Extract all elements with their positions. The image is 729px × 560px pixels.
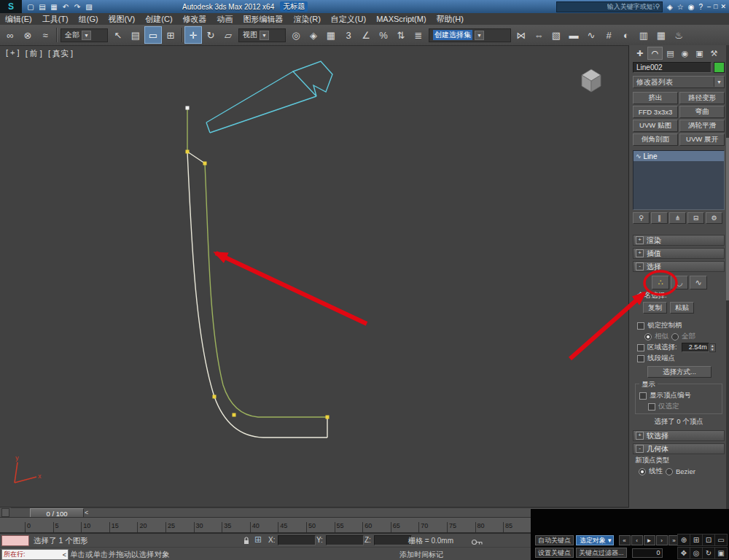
selected-only-checkbox[interactable] [648, 403, 655, 411]
configure-modifier-sets-icon[interactable]: ⚙ [706, 212, 722, 224]
panel-scrollbar[interactable] [726, 45, 729, 509]
rectangular-selection-region-icon[interactable]: ▭ [144, 26, 162, 44]
object-color-swatch[interactable] [714, 62, 725, 73]
select-object-icon[interactable]: ↖ [109, 26, 127, 44]
zoom-extents-icon[interactable]: ⊡ [702, 534, 715, 546]
auto-key-button[interactable]: 自动关键点 [535, 535, 574, 545]
select-by-button[interactable]: 选择方式... [647, 366, 712, 378]
save-file-icon[interactable]: ▦ [48, 3, 60, 11]
area-selection-checkbox[interactable] [637, 344, 644, 351]
copy-button[interactable]: 复制 [643, 302, 667, 314]
help-icon[interactable]: ? [698, 3, 703, 11]
menu-maxscript[interactable]: MAXScript(M) [371, 15, 431, 23]
rollout-geometry[interactable]: - 几何体 [633, 443, 725, 454]
unlink-selection-icon[interactable]: ⊗ [19, 26, 36, 44]
use-pivot-center-icon[interactable]: ◎ [287, 26, 305, 44]
show-vertex-numbers-checkbox[interactable] [639, 392, 647, 400]
select-and-scale-icon[interactable]: ▱ [219, 26, 237, 44]
schematic-view-icon[interactable]: # [600, 26, 617, 44]
vertex-subobject-button[interactable]: ∴ [652, 276, 669, 289]
modifier-uvw-map-button[interactable]: UVW 贴图 [633, 120, 678, 132]
communication-center-icon[interactable]: ◉ [688, 3, 695, 11]
tab-utilities[interactable]: ⚒ [707, 47, 721, 59]
angle-snap-icon[interactable]: ∠ [357, 26, 375, 44]
percent-snap-icon[interactable]: % [375, 26, 392, 44]
select-and-move-icon[interactable]: ✛ [184, 26, 202, 44]
show-end-result-icon[interactable]: ∥ [651, 212, 668, 224]
modifier-ffd3x3x3-button[interactable]: FFD 3x3x3 [633, 106, 678, 118]
select-and-manipulate-icon[interactable]: ◈ [305, 26, 322, 44]
remove-modifier-icon[interactable]: ⊟ [687, 212, 704, 224]
tab-create[interactable]: ✚ [633, 47, 647, 59]
viewport-canvas[interactable]: x y [0, 45, 628, 507]
cyan-shape[interactable] [206, 61, 332, 133]
zoom-all-icon[interactable]: ⊞ [690, 534, 703, 546]
maximize-button[interactable]: □ [714, 3, 717, 10]
set-key-button[interactable]: 设置关键点 [535, 548, 574, 558]
area-selection-value[interactable]: 2.54m [682, 343, 709, 352]
mirror-icon[interactable]: ⋈ [512, 26, 530, 44]
material-editor-icon[interactable]: ◐ [617, 26, 635, 44]
current-time-field[interactable]: 0 [632, 548, 663, 558]
rollout-soft-selection[interactable]: + 软选择 [633, 430, 725, 441]
undo-icon[interactable]: ↶ [60, 3, 71, 11]
zoom-icon[interactable]: ⊕ [677, 534, 690, 546]
menu-group[interactable]: 组(G) [74, 14, 104, 25]
curve-editor-icon[interactable]: ∿ [582, 26, 600, 44]
spline-subobject-button[interactable]: ∿ [690, 276, 707, 289]
close-button[interactable]: ✕ [720, 3, 726, 10]
minimize-button[interactable]: – [707, 3, 711, 10]
favorites-star-icon[interactable]: ☆ [677, 3, 684, 11]
ribbon-toggle-icon[interactable]: ▬ [565, 26, 582, 44]
search-box[interactable]: 输入关键字或短语 ⚲ [556, 1, 663, 12]
collapse-icon[interactable]: - [636, 445, 644, 453]
select-and-rotate-icon[interactable]: ↻ [202, 26, 219, 44]
viewport-menu-shading[interactable]: [ 真实 ] [48, 48, 73, 59]
search-icon[interactable]: ⚲ [655, 3, 660, 10]
tab-motion[interactable]: ◉ [678, 47, 692, 59]
modifier-bend-button[interactable]: 弯曲 [679, 106, 725, 118]
go-to-start-icon[interactable]: « [619, 535, 631, 545]
render-setup-icon[interactable]: ▥ [635, 26, 652, 44]
menu-create[interactable]: 创建(C) [140, 14, 177, 25]
menu-views[interactable]: 视图(V) [104, 14, 141, 25]
menu-help[interactable]: 帮助(H) [432, 14, 469, 25]
viewport-front[interactable]: [ + ] [ 前 ] [ 真实 ] [0, 45, 629, 507]
lock-handles-checkbox[interactable] [637, 322, 644, 330]
snap-toggle-3d-icon[interactable]: 3 [340, 26, 357, 44]
edit-named-selection-sets-icon[interactable]: ≣ [410, 26, 427, 44]
menu-tools[interactable]: 工具(T) [37, 14, 74, 25]
tab-hierarchy[interactable]: ▤ [663, 47, 677, 59]
add-time-tag[interactable]: 添加时间标记 [399, 550, 443, 560]
spline-vertices[interactable] [186, 106, 330, 419]
new-scene-icon[interactable]: ▢ [25, 3, 36, 11]
expand-icon[interactable]: + [636, 432, 644, 440]
segment-end-checkbox[interactable] [637, 355, 644, 362]
pan-icon[interactable]: ✥ [677, 547, 690, 559]
collapse-icon[interactable]: - [636, 262, 644, 271]
modifier-turbosmooth-button[interactable]: 涡轮平滑 [679, 120, 725, 132]
listener-arrow[interactable]: < [63, 551, 66, 559]
profile-spline[interactable] [187, 108, 327, 438]
layer-manager-icon[interactable]: ▧ [547, 26, 565, 44]
field-of-view-icon[interactable]: ◎ [690, 547, 703, 559]
modifier-bevel-profile-button[interactable]: 倒角剖面 [633, 133, 678, 146]
rollout-rendering[interactable]: + 渲染 [633, 235, 725, 246]
rollout-interpolation[interactable]: + 插值 [633, 248, 725, 259]
macro-recorder-field[interactable] [1, 535, 29, 546]
pin-stack-icon[interactable]: ⚲ [633, 212, 650, 224]
zoom-region-icon[interactable]: ▭ [714, 534, 728, 546]
menu-graph-editors[interactable]: 图形编辑器 [238, 14, 289, 25]
all-radio[interactable] [671, 333, 679, 341]
linear-vertex-radio[interactable] [639, 468, 646, 475]
absolute-offset-toggle-icon[interactable]: ⊞ [254, 534, 262, 545]
select-and-link-icon[interactable]: ∞ [1, 26, 19, 44]
keyboard-override-icon[interactable]: ▦ [322, 26, 340, 44]
segment-subobject-button[interactable]: ◡ [671, 276, 688, 289]
scrollbar-thumb[interactable] [726, 138, 729, 300]
key-filters-button[interactable]: 关键点过滤器... [576, 548, 627, 558]
y-coordinate-field[interactable] [326, 535, 364, 545]
spinner-arrows[interactable]: ▲▼ [709, 343, 716, 352]
chevron-down-icon[interactable]: ▼ [82, 31, 91, 40]
orbit-icon[interactable]: ↻ [702, 547, 715, 559]
